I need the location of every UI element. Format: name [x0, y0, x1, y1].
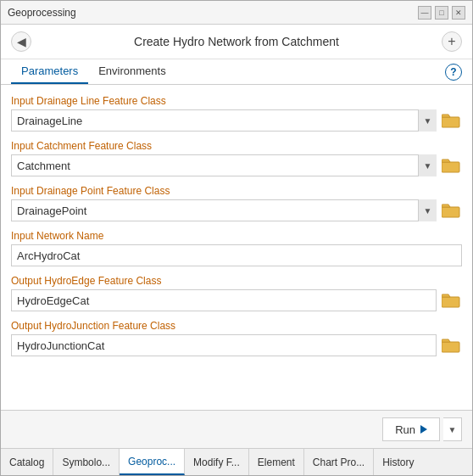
status-modify-features[interactable]: Modify F...	[185, 449, 249, 475]
add-button[interactable]: +	[442, 31, 462, 52]
field-label-output-hydroedge: Output HydroEdge Feature Class	[11, 275, 462, 287]
run-play-icon	[420, 425, 427, 434]
field-row-output-hydroedge	[11, 289, 462, 311]
maximize-button[interactable]: □	[435, 6, 448, 20]
folder-icon-hydroedge	[442, 293, 460, 308]
run-bar: Run ▼	[1, 410, 472, 448]
svg-rect-3	[442, 297, 459, 307]
field-row-input-network-name	[11, 244, 462, 266]
back-button[interactable]: ◀	[11, 31, 31, 52]
minimize-button[interactable]: —	[418, 6, 431, 20]
folder-button-drainage-line[interactable]	[440, 109, 462, 132]
field-label-output-hydrojunction: Output HydroJunction Feature Class	[11, 320, 462, 332]
panel-header: ◀ Create Hydro Network from Catchment +	[1, 25, 472, 59]
status-symbology[interactable]: Symbolo...	[53, 449, 120, 475]
close-button[interactable]: ✕	[452, 6, 465, 20]
select-wrapper-drainage-point: DrainagePoint ▼	[11, 199, 437, 221]
folder-icon-drainage-line	[442, 113, 460, 128]
svg-rect-4	[442, 342, 459, 352]
input-hydroedge[interactable]	[11, 289, 437, 311]
status-catalog[interactable]: Catalog	[1, 449, 53, 475]
input-hydrojunction[interactable]	[11, 334, 437, 356]
field-output-hydrojunction: Output HydroJunction Feature Class	[11, 320, 462, 356]
folder-icon-drainage-point	[442, 203, 460, 218]
field-output-hydroedge: Output HydroEdge Feature Class	[11, 275, 462, 311]
select-drainage-point[interactable]: DrainagePoint	[11, 199, 437, 221]
folder-button-hydroedge[interactable]	[440, 289, 462, 311]
field-label-input-network-name: Input Network Name	[11, 230, 462, 242]
select-wrapper-drainage-line: DrainageLine ▼	[11, 109, 437, 132]
tab-environments[interactable]: Environments	[88, 59, 175, 84]
window-title: Geoprocessing	[8, 7, 76, 19]
folder-button-catchment[interactable]	[440, 154, 462, 176]
status-geoprocessing[interactable]: Geoproc...	[120, 449, 185, 475]
select-wrapper-catchment: Catchment ▼	[11, 154, 437, 176]
field-row-input-catchment: Catchment ▼	[11, 154, 462, 176]
input-network-name[interactable]	[11, 244, 462, 266]
field-label-input-drainage-point: Input Drainage Point Feature Class	[11, 185, 462, 197]
content-area: Input Drainage Line Feature Class Draina…	[1, 85, 472, 410]
select-catchment[interactable]: Catchment	[11, 154, 437, 176]
field-label-input-drainage-line: Input Drainage Line Feature Class	[11, 95, 462, 107]
folder-button-hydrojunction[interactable]	[440, 334, 462, 356]
geoprocessing-window: Geoprocessing — □ ✕ ◀ Create Hydro Netwo…	[0, 0, 473, 476]
select-drainage-line[interactable]: DrainageLine	[11, 109, 437, 132]
status-bar: Catalog Symbolo... Geoproc... Modify F..…	[1, 448, 472, 475]
svg-rect-2	[442, 207, 459, 217]
run-button[interactable]: Run	[382, 417, 440, 441]
status-element[interactable]: Element	[249, 449, 304, 475]
status-chart-properties[interactable]: Chart Pro...	[304, 449, 374, 475]
field-input-catchment: Input Catchment Feature Class Catchment …	[11, 140, 462, 176]
field-input-network-name: Input Network Name	[11, 230, 462, 266]
help-button[interactable]: ?	[445, 64, 462, 81]
field-input-drainage-line: Input Drainage Line Feature Class Draina…	[11, 95, 462, 132]
field-row-input-drainage-point: DrainagePoint ▼	[11, 199, 462, 221]
tabs: Parameters Environments	[11, 59, 176, 84]
tab-parameters[interactable]: Parameters	[11, 59, 88, 84]
field-row-input-drainage-line: DrainageLine ▼	[11, 109, 462, 132]
folder-icon-catchment	[442, 158, 460, 173]
status-history[interactable]: History	[374, 449, 422, 475]
svg-rect-0	[442, 117, 459, 127]
window-controls: — □ ✕	[418, 6, 465, 20]
field-label-input-catchment: Input Catchment Feature Class	[11, 140, 462, 152]
folder-button-drainage-point[interactable]	[440, 199, 462, 221]
title-bar: Geoprocessing — □ ✕	[1, 1, 472, 25]
run-dropdown-button[interactable]: ▼	[443, 417, 462, 441]
folder-icon-hydrojunction	[442, 338, 460, 353]
field-input-drainage-point: Input Drainage Point Feature Class Drain…	[11, 185, 462, 221]
tabs-row: Parameters Environments ?	[1, 59, 472, 85]
run-label: Run	[395, 423, 415, 436]
svg-rect-1	[442, 162, 459, 172]
panel-title: Create Hydro Network from Catchment	[31, 35, 442, 48]
field-row-output-hydrojunction	[11, 334, 462, 356]
